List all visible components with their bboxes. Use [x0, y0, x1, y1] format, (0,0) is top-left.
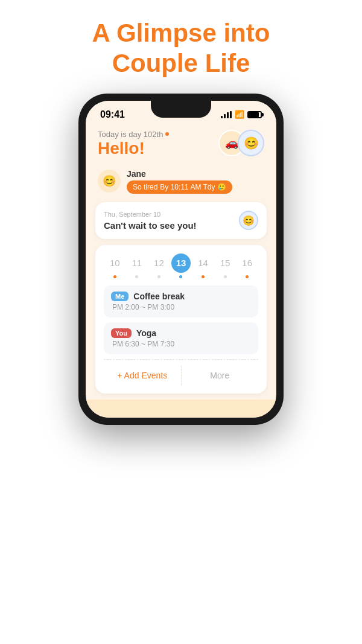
- event-time-coffee: PM 2:00 ~ PM 3:00: [111, 303, 251, 311]
- cal-day-13[interactable]: 13: [171, 253, 191, 278]
- status-icons: 📶: [221, 110, 262, 119]
- message-avatar: 😊: [239, 211, 258, 230]
- event-title-yoga: Yoga: [136, 328, 156, 338]
- jane-status-text: So tired: [133, 183, 157, 191]
- event-header-yoga: You Yoga: [111, 328, 251, 338]
- calendar-card: 10 11 12 13 14: [95, 245, 267, 394]
- avatar-face: 😊: [238, 130, 264, 156]
- page-title-line1: A Glimpse into: [92, 18, 270, 48]
- avatar-group: 🚗 😊: [218, 130, 264, 156]
- cal-day-15[interactable]: 15: [215, 253, 235, 278]
- cal-day-14[interactable]: 14: [194, 253, 213, 278]
- battery-icon: [247, 111, 262, 118]
- message-text: Can't wait to see you!: [104, 220, 197, 231]
- calendar-footer: + Add Events More: [104, 359, 258, 385]
- jane-section: 😊 Jane So tired By 10:11 AM Tdy 🥲: [86, 165, 276, 200]
- more-button[interactable]: More: [182, 366, 259, 385]
- greeting-text: Hello!: [98, 139, 169, 158]
- status-time: 09:41: [100, 109, 125, 120]
- add-events-button[interactable]: + Add Events: [104, 366, 182, 385]
- wifi-icon: 📶: [235, 110, 244, 119]
- page-title-line2: Couple Life: [92, 48, 270, 78]
- cal-day-16[interactable]: 16: [238, 253, 257, 278]
- cal-day-11[interactable]: 11: [127, 253, 147, 278]
- jane-status-meta: By 10:11 AM Tdy 🥲: [160, 183, 226, 191]
- badge-you: You: [111, 328, 132, 338]
- calendar-dates: 10 11 12 13 14: [104, 253, 258, 278]
- jane-avatar: 😊: [98, 170, 121, 193]
- bottom-bg: [86, 400, 276, 418]
- badge-me: Me: [111, 292, 129, 301]
- cal-day-10[interactable]: 10: [105, 253, 124, 278]
- header-left: Today is day 102th Hello!: [98, 130, 169, 158]
- phone-frame: 09:41 📶 Today is day 102th: [78, 94, 284, 425]
- event-title-coffee: Coffee break: [133, 292, 185, 301]
- event-yoga[interactable]: You Yoga PM 6:30 ~ PM 7:30: [104, 322, 258, 354]
- signal-icon: [221, 111, 232, 118]
- message-card[interactable]: Thu, September 10 Can't wait to see you!…: [95, 202, 267, 239]
- notch: [151, 101, 211, 118]
- event-coffee-break[interactable]: Me Coffee break PM 2:00 ~ PM 3:00: [104, 285, 258, 317]
- event-header: Me Coffee break: [111, 292, 251, 301]
- cal-day-12[interactable]: 12: [149, 253, 168, 278]
- jane-name: Jane: [127, 169, 232, 179]
- jane-status-pill: So tired By 10:11 AM Tdy 🥲: [127, 180, 232, 194]
- event-time-yoga: PM 6:30 ~ PM 7:30: [111, 340, 251, 348]
- day-dot: [165, 132, 169, 136]
- phone-screen: 09:41 📶 Today is day 102th: [86, 101, 276, 418]
- message-content: Thu, September 10 Can't wait to see you!: [104, 211, 197, 231]
- day-label: Today is day 102th: [98, 130, 169, 139]
- page-title: A Glimpse into Couple Life: [92, 18, 270, 79]
- jane-info: Jane So tired By 10:11 AM Tdy 🥲: [127, 169, 232, 194]
- app-header: Today is day 102th Hello! 🚗 😊: [86, 125, 276, 165]
- message-date: Thu, September 10: [104, 211, 197, 218]
